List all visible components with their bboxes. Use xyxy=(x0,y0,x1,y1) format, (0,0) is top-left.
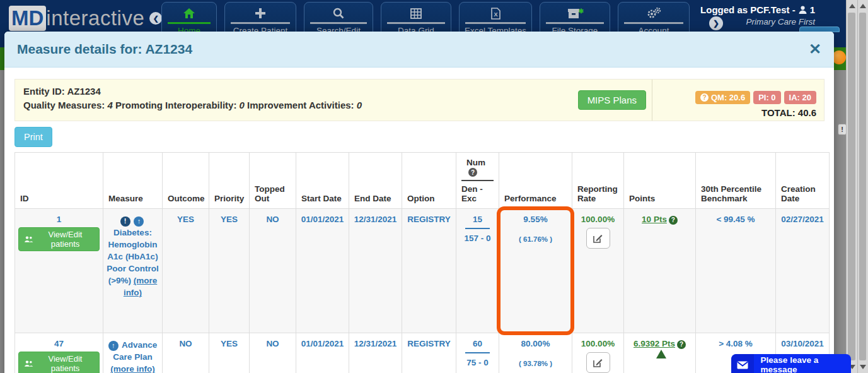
arrow-up-circle-icon[interactable]: ↑ xyxy=(108,341,119,351)
scroll-up-icon[interactable] xyxy=(849,4,855,8)
entity-summary-well: Entity ID: AZ1234 Quality Measures: 4 Pr… xyxy=(14,79,825,121)
qm-label: Quality Measures: xyxy=(23,100,105,110)
exclamation-circle-icon[interactable]: ! xyxy=(120,216,130,227)
modal-title: Measure details for: AZ1234 xyxy=(17,42,809,57)
browser-scrollbar[interactable] xyxy=(857,0,868,373)
col-end-date[interactable]: End Date xyxy=(349,153,402,209)
col-priority[interactable]: Priority xyxy=(209,153,250,209)
help-icon[interactable]: ? xyxy=(468,168,477,177)
side-alert-tab[interactable]: ! xyxy=(838,124,847,135)
denominator: 157 - 0 xyxy=(460,229,495,243)
measure-cell: ! ↑ Diabetes: Hemoglobin A1c (HbA1c) Poo… xyxy=(103,209,163,333)
priority-cell: YES xyxy=(209,209,250,333)
chevron-left-icon[interactable]: ❮ xyxy=(149,12,162,25)
login-info: Logged as PCF.Test - 1 Primary Care Firs… xyxy=(700,4,815,27)
scrollbar-thumb[interactable] xyxy=(859,13,866,360)
measure-id[interactable]: 1 xyxy=(18,215,100,224)
table-row: 47 View/Edit patients ↑ Advance Care Pla… xyxy=(15,333,830,373)
warning-icon[interactable] xyxy=(656,350,666,358)
ia-value: 0 xyxy=(357,100,362,110)
outcome-cell: NO xyxy=(163,333,209,373)
excel-file-icon: X xyxy=(460,6,531,20)
table-row: 1 View/Edit patients ! ↑ Diabetes: Hemog xyxy=(15,209,830,333)
help-icon[interactable]: ? xyxy=(669,216,678,225)
col-points[interactable]: Points xyxy=(624,153,696,209)
pi-value: 0 xyxy=(240,100,245,110)
num-den-cell: 60 75 - 0 xyxy=(456,333,499,373)
users-icon xyxy=(24,360,33,367)
performance-secondary: ( 61.76% ) xyxy=(502,235,569,243)
id-cell: 47 View/Edit patients xyxy=(15,333,103,373)
performance-cell: 80.00% ( 93.78% ) xyxy=(499,333,572,373)
start-date-cell: 01/01/2021 xyxy=(296,209,349,333)
col-benchmark[interactable]: 30th Percentile Benchmark xyxy=(696,153,776,209)
storage-box-icon: ✱ xyxy=(540,6,610,20)
points-link[interactable]: 6.9392 Pts xyxy=(634,339,675,348)
scroll-down-icon[interactable] xyxy=(860,365,866,369)
home-icon xyxy=(162,6,216,20)
pi-score-badge[interactable]: PI: 0 xyxy=(753,91,780,104)
col-measure[interactable]: Measure xyxy=(103,153,163,209)
tab-rule xyxy=(546,22,604,24)
option-cell: REGISTRY xyxy=(402,209,456,333)
col-outcome[interactable]: Outcome xyxy=(163,153,209,209)
measure-details-modal: Measure details for: AZ1234 ✕ Entity ID:… xyxy=(4,32,834,373)
option-cell: REGISTRY xyxy=(402,333,456,373)
chat-message: Please leave a message xyxy=(754,355,851,373)
ia-label: Improvement Activities: xyxy=(247,100,354,110)
points-link[interactable]: 10 Pts xyxy=(642,215,667,224)
total-score: TOTAL: 40.6 xyxy=(652,107,816,118)
more-info-link[interactable]: (more info) xyxy=(110,364,155,373)
help-icon[interactable]: ? xyxy=(677,340,686,349)
print-button[interactable]: Print xyxy=(14,127,52,147)
col-reporting-rate[interactable]: Reporting Rate xyxy=(572,153,624,209)
arrow-up-circle-icon[interactable]: ↑ xyxy=(134,216,144,227)
edit-icon[interactable] xyxy=(586,352,610,373)
id-cell: 1 View/Edit patients xyxy=(15,209,103,333)
measure-id[interactable]: 47 xyxy=(18,339,100,348)
ia-score-badge[interactable]: IA: 20 xyxy=(784,91,816,104)
brand-md: MD xyxy=(9,6,46,31)
edit-icon[interactable] xyxy=(586,228,610,249)
col-topped-out[interactable]: Topped Out xyxy=(250,153,296,209)
reporting-rate-value: 100.00% xyxy=(576,339,620,348)
brand-logo[interactable]: MD interactive ❮ xyxy=(9,6,162,31)
close-icon[interactable]: ✕ xyxy=(809,42,821,57)
mips-plans-button[interactable]: MIPS Plans xyxy=(578,90,646,110)
svg-text:X: X xyxy=(494,11,497,18)
tab-rule xyxy=(310,22,367,24)
gears-icon xyxy=(618,6,689,20)
tab-rule xyxy=(168,22,211,24)
tab-rule xyxy=(387,22,445,24)
col-creation-date[interactable]: Creation Date xyxy=(776,153,830,209)
reporting-rate-cell: 100.00% xyxy=(572,209,624,333)
scroll-up-icon[interactable] xyxy=(860,4,866,8)
col-option[interactable]: Option xyxy=(402,153,456,209)
view-edit-patients-button[interactable]: View/Edit patients xyxy=(18,352,100,373)
users-icon xyxy=(24,236,33,243)
col-start-date[interactable]: Start Date xyxy=(296,153,349,209)
plus-icon xyxy=(225,6,296,20)
col-num-den[interactable]: Num? Den - Exc xyxy=(456,153,499,209)
highlight-box xyxy=(497,206,574,335)
view-edit-patients-button[interactable]: View/Edit patients xyxy=(18,227,100,251)
col-performance[interactable]: Performance xyxy=(499,153,572,209)
header-row: ID Measure Outcome Priority Topped Out S… xyxy=(15,153,830,209)
start-date-cell: 01/01/2021 xyxy=(296,333,349,373)
col-id[interactable]: ID xyxy=(15,153,103,209)
performance-cell: 9.55% ( 61.76% ) xyxy=(499,209,572,333)
search-icon xyxy=(304,6,373,20)
reporting-rate-value: 100.00% xyxy=(576,215,620,224)
pi-label: Promoting Interoperability: xyxy=(115,100,237,110)
brand-name: interactive xyxy=(46,6,144,30)
points-cell: 6.9392 Pts? xyxy=(624,333,696,373)
end-date-cell: 12/31/2021 xyxy=(349,209,402,333)
inner-scrollbar[interactable] xyxy=(846,0,857,373)
help-icon: ? xyxy=(700,93,709,102)
chat-widget[interactable]: Please leave a message xyxy=(731,354,851,373)
topped-out-cell: NO xyxy=(250,209,296,333)
qm-score-badge[interactable]: ? QM: 20.6 xyxy=(695,91,750,104)
tab-rule xyxy=(465,22,526,24)
envelope-icon xyxy=(731,354,754,373)
scrollbar-thumb[interactable] xyxy=(848,13,855,360)
